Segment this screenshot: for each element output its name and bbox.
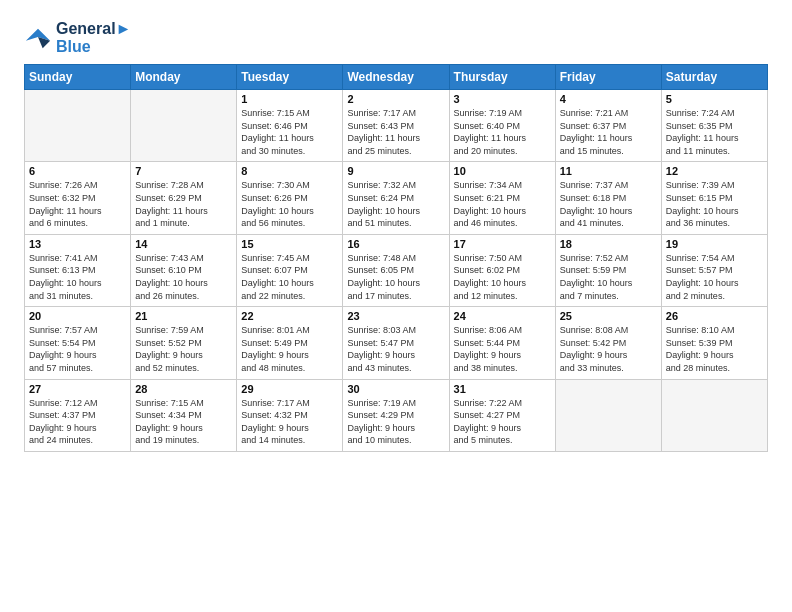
day-info: Sunrise: 7:28 AM Sunset: 6:29 PM Dayligh… bbox=[135, 179, 232, 229]
calendar-cell bbox=[131, 90, 237, 162]
day-info: Sunrise: 8:10 AM Sunset: 5:39 PM Dayligh… bbox=[666, 324, 763, 374]
day-number: 29 bbox=[241, 383, 338, 395]
day-number: 25 bbox=[560, 310, 657, 322]
calendar-cell: 1Sunrise: 7:15 AM Sunset: 6:46 PM Daylig… bbox=[237, 90, 343, 162]
day-info: Sunrise: 7:57 AM Sunset: 5:54 PM Dayligh… bbox=[29, 324, 126, 374]
day-number: 27 bbox=[29, 383, 126, 395]
calendar-cell: 20Sunrise: 7:57 AM Sunset: 5:54 PM Dayli… bbox=[25, 307, 131, 379]
calendar-week-row: 1Sunrise: 7:15 AM Sunset: 6:46 PM Daylig… bbox=[25, 90, 768, 162]
calendar-cell: 31Sunrise: 7:22 AM Sunset: 4:27 PM Dayli… bbox=[449, 379, 555, 451]
calendar-cell: 30Sunrise: 7:19 AM Sunset: 4:29 PM Dayli… bbox=[343, 379, 449, 451]
calendar-cell: 5Sunrise: 7:24 AM Sunset: 6:35 PM Daylig… bbox=[661, 90, 767, 162]
calendar-cell: 18Sunrise: 7:52 AM Sunset: 5:59 PM Dayli… bbox=[555, 234, 661, 306]
day-info: Sunrise: 7:41 AM Sunset: 6:13 PM Dayligh… bbox=[29, 252, 126, 302]
calendar-cell: 10Sunrise: 7:34 AM Sunset: 6:21 PM Dayli… bbox=[449, 162, 555, 234]
calendar-cell: 8Sunrise: 7:30 AM Sunset: 6:26 PM Daylig… bbox=[237, 162, 343, 234]
calendar-week-row: 27Sunrise: 7:12 AM Sunset: 4:37 PM Dayli… bbox=[25, 379, 768, 451]
calendar-week-row: 20Sunrise: 7:57 AM Sunset: 5:54 PM Dayli… bbox=[25, 307, 768, 379]
column-header-monday: Monday bbox=[131, 65, 237, 90]
calendar-cell bbox=[25, 90, 131, 162]
calendar-cell: 15Sunrise: 7:45 AM Sunset: 6:07 PM Dayli… bbox=[237, 234, 343, 306]
day-number: 8 bbox=[241, 165, 338, 177]
svg-marker-0 bbox=[26, 29, 50, 41]
day-number: 28 bbox=[135, 383, 232, 395]
day-number: 5 bbox=[666, 93, 763, 105]
page-header: General► Blue bbox=[24, 20, 768, 56]
column-header-thursday: Thursday bbox=[449, 65, 555, 90]
day-info: Sunrise: 7:15 AM Sunset: 6:46 PM Dayligh… bbox=[241, 107, 338, 157]
day-number: 1 bbox=[241, 93, 338, 105]
column-header-friday: Friday bbox=[555, 65, 661, 90]
day-info: Sunrise: 7:54 AM Sunset: 5:57 PM Dayligh… bbox=[666, 252, 763, 302]
day-number: 16 bbox=[347, 238, 444, 250]
day-number: 13 bbox=[29, 238, 126, 250]
calendar-cell: 26Sunrise: 8:10 AM Sunset: 5:39 PM Dayli… bbox=[661, 307, 767, 379]
column-header-wednesday: Wednesday bbox=[343, 65, 449, 90]
day-info: Sunrise: 7:21 AM Sunset: 6:37 PM Dayligh… bbox=[560, 107, 657, 157]
day-info: Sunrise: 7:15 AM Sunset: 4:34 PM Dayligh… bbox=[135, 397, 232, 447]
calendar-cell: 16Sunrise: 7:48 AM Sunset: 6:05 PM Dayli… bbox=[343, 234, 449, 306]
calendar-cell: 21Sunrise: 7:59 AM Sunset: 5:52 PM Dayli… bbox=[131, 307, 237, 379]
calendar-cell bbox=[555, 379, 661, 451]
calendar-cell: 22Sunrise: 8:01 AM Sunset: 5:49 PM Dayli… bbox=[237, 307, 343, 379]
day-info: Sunrise: 8:01 AM Sunset: 5:49 PM Dayligh… bbox=[241, 324, 338, 374]
day-info: Sunrise: 7:34 AM Sunset: 6:21 PM Dayligh… bbox=[454, 179, 551, 229]
day-info: Sunrise: 7:48 AM Sunset: 6:05 PM Dayligh… bbox=[347, 252, 444, 302]
day-info: Sunrise: 7:52 AM Sunset: 5:59 PM Dayligh… bbox=[560, 252, 657, 302]
calendar-cell: 24Sunrise: 8:06 AM Sunset: 5:44 PM Dayli… bbox=[449, 307, 555, 379]
day-number: 15 bbox=[241, 238, 338, 250]
day-number: 31 bbox=[454, 383, 551, 395]
calendar-cell bbox=[661, 379, 767, 451]
day-info: Sunrise: 7:22 AM Sunset: 4:27 PM Dayligh… bbox=[454, 397, 551, 447]
day-number: 23 bbox=[347, 310, 444, 322]
day-number: 22 bbox=[241, 310, 338, 322]
column-header-tuesday: Tuesday bbox=[237, 65, 343, 90]
day-number: 10 bbox=[454, 165, 551, 177]
calendar-cell: 14Sunrise: 7:43 AM Sunset: 6:10 PM Dayli… bbox=[131, 234, 237, 306]
day-info: Sunrise: 7:26 AM Sunset: 6:32 PM Dayligh… bbox=[29, 179, 126, 229]
calendar-cell: 29Sunrise: 7:17 AM Sunset: 4:32 PM Dayli… bbox=[237, 379, 343, 451]
calendar-cell: 23Sunrise: 8:03 AM Sunset: 5:47 PM Dayli… bbox=[343, 307, 449, 379]
calendar-cell: 7Sunrise: 7:28 AM Sunset: 6:29 PM Daylig… bbox=[131, 162, 237, 234]
calendar-cell: 6Sunrise: 7:26 AM Sunset: 6:32 PM Daylig… bbox=[25, 162, 131, 234]
day-info: Sunrise: 7:17 AM Sunset: 4:32 PM Dayligh… bbox=[241, 397, 338, 447]
day-info: Sunrise: 8:08 AM Sunset: 5:42 PM Dayligh… bbox=[560, 324, 657, 374]
day-info: Sunrise: 7:50 AM Sunset: 6:02 PM Dayligh… bbox=[454, 252, 551, 302]
day-number: 18 bbox=[560, 238, 657, 250]
day-info: Sunrise: 7:30 AM Sunset: 6:26 PM Dayligh… bbox=[241, 179, 338, 229]
calendar-cell: 4Sunrise: 7:21 AM Sunset: 6:37 PM Daylig… bbox=[555, 90, 661, 162]
day-number: 20 bbox=[29, 310, 126, 322]
day-number: 21 bbox=[135, 310, 232, 322]
calendar-cell: 25Sunrise: 8:08 AM Sunset: 5:42 PM Dayli… bbox=[555, 307, 661, 379]
day-number: 14 bbox=[135, 238, 232, 250]
day-info: Sunrise: 7:59 AM Sunset: 5:52 PM Dayligh… bbox=[135, 324, 232, 374]
day-info: Sunrise: 8:06 AM Sunset: 5:44 PM Dayligh… bbox=[454, 324, 551, 374]
calendar-cell: 19Sunrise: 7:54 AM Sunset: 5:57 PM Dayli… bbox=[661, 234, 767, 306]
day-info: Sunrise: 8:03 AM Sunset: 5:47 PM Dayligh… bbox=[347, 324, 444, 374]
calendar-cell: 3Sunrise: 7:19 AM Sunset: 6:40 PM Daylig… bbox=[449, 90, 555, 162]
calendar-cell: 2Sunrise: 7:17 AM Sunset: 6:43 PM Daylig… bbox=[343, 90, 449, 162]
day-number: 11 bbox=[560, 165, 657, 177]
day-info: Sunrise: 7:19 AM Sunset: 4:29 PM Dayligh… bbox=[347, 397, 444, 447]
day-info: Sunrise: 7:32 AM Sunset: 6:24 PM Dayligh… bbox=[347, 179, 444, 229]
calendar-cell: 11Sunrise: 7:37 AM Sunset: 6:18 PM Dayli… bbox=[555, 162, 661, 234]
logo: General► Blue bbox=[24, 20, 131, 56]
day-number: 12 bbox=[666, 165, 763, 177]
calendar-week-row: 6Sunrise: 7:26 AM Sunset: 6:32 PM Daylig… bbox=[25, 162, 768, 234]
calendar-cell: 12Sunrise: 7:39 AM Sunset: 6:15 PM Dayli… bbox=[661, 162, 767, 234]
column-header-saturday: Saturday bbox=[661, 65, 767, 90]
calendar-header-row: SundayMondayTuesdayWednesdayThursdayFrid… bbox=[25, 65, 768, 90]
calendar-cell: 13Sunrise: 7:41 AM Sunset: 6:13 PM Dayli… bbox=[25, 234, 131, 306]
day-info: Sunrise: 7:24 AM Sunset: 6:35 PM Dayligh… bbox=[666, 107, 763, 157]
calendar-week-row: 13Sunrise: 7:41 AM Sunset: 6:13 PM Dayli… bbox=[25, 234, 768, 306]
day-info: Sunrise: 7:39 AM Sunset: 6:15 PM Dayligh… bbox=[666, 179, 763, 229]
calendar-cell: 28Sunrise: 7:15 AM Sunset: 4:34 PM Dayli… bbox=[131, 379, 237, 451]
day-info: Sunrise: 7:45 AM Sunset: 6:07 PM Dayligh… bbox=[241, 252, 338, 302]
day-number: 24 bbox=[454, 310, 551, 322]
calendar-table: SundayMondayTuesdayWednesdayThursdayFrid… bbox=[24, 64, 768, 452]
calendar-cell: 17Sunrise: 7:50 AM Sunset: 6:02 PM Dayli… bbox=[449, 234, 555, 306]
day-number: 4 bbox=[560, 93, 657, 105]
day-number: 19 bbox=[666, 238, 763, 250]
day-number: 26 bbox=[666, 310, 763, 322]
column-header-sunday: Sunday bbox=[25, 65, 131, 90]
